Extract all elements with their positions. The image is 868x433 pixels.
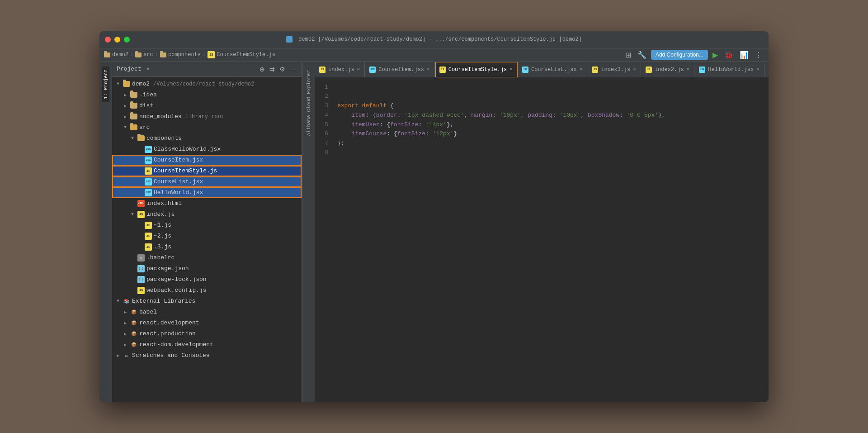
tree-course-list[interactable]: JSX CourseList.jsx xyxy=(112,176,302,187)
tab-bar: JS index.js ✕ JSX CourseItem.jsx ✕ JS Co… xyxy=(315,62,769,78)
tree-node-modules[interactable]: ▶ node_modules library root xyxy=(112,111,302,122)
debug-button[interactable]: 🐞 xyxy=(722,49,735,61)
js-tab-icon: JS xyxy=(592,67,598,73)
html-file-icon: HTML xyxy=(137,200,145,207)
settings-btn[interactable]: ⚙ xyxy=(278,65,286,74)
tree-external-libs[interactable]: ▼ 📚 External Libraries xyxy=(112,296,302,307)
js-file-icon: JS xyxy=(145,243,152,251)
line-numbers: 1 2 3 4 5 6 7 8 xyxy=(315,78,333,402)
tab-hello-world[interactable]: JSX HelloWorld.jsx ✕ xyxy=(694,62,764,78)
tree-package-json[interactable]: { } package.json xyxy=(112,263,302,274)
lib-icon: 📦 xyxy=(130,330,137,338)
editor-area: JS index.js ✕ JSX CourseItem.jsx ✕ JS Co… xyxy=(315,62,769,402)
js-tab-icon: JS xyxy=(439,67,446,73)
tab-index-js[interactable]: JS index.js ✕ xyxy=(315,62,365,78)
jsx-file-icon: JSX xyxy=(145,157,152,164)
more-button[interactable]: ⋮ xyxy=(753,49,764,61)
breadcrumb-file[interactable]: JS CourseItemStyle.js xyxy=(208,51,275,58)
panel-title: Project ▼ xyxy=(117,66,256,72)
tree-react-dom-dev[interactable]: ▶ 📦 react-dom.development xyxy=(112,339,302,350)
collapse-all-btn[interactable]: ⇉ xyxy=(269,65,276,74)
tree-chunk3[interactable]: JS .3.js xyxy=(112,242,302,252)
project-panel-tab[interactable]: 1: Project xyxy=(102,67,109,102)
folder-icon xyxy=(130,124,137,130)
js-file-icon: JS xyxy=(137,287,145,294)
close-panel-btn[interactable]: — xyxy=(289,65,297,74)
locate-file-btn[interactable]: ⊕ xyxy=(259,65,266,74)
tree-course-item-style[interactable]: JS CourseItemStyle.js xyxy=(112,166,302,176)
layout-icon-btn[interactable]: ⊞ xyxy=(623,49,633,61)
window-title: demo2 [/Volumes/code/react-study/demo2] … xyxy=(286,36,582,43)
tree-src[interactable]: ▼ src xyxy=(112,122,302,133)
lib-icon: 📦 xyxy=(130,309,137,316)
tree-hello-world[interactable]: JSX HelloWorld.jsx xyxy=(112,187,302,198)
tree-index-html[interactable]: HTML index.html xyxy=(112,198,302,209)
tab-course-item-style[interactable]: JS CourseItemStyle.js ✕ xyxy=(435,62,518,78)
lib-icon: 📦 xyxy=(130,341,137,348)
tree-chunk1[interactable]: JS ~1.js xyxy=(112,220,302,231)
breadcrumb-demo2[interactable]: demo2 xyxy=(104,52,128,58)
breadcrumb: demo2 › src › components › JS CourseItem… xyxy=(99,48,769,62)
tree-root[interactable]: ▼ demo2 /Volumes/code/react-study/demo2 xyxy=(112,79,302,90)
tab-course-list[interactable]: JSX CourseList.jsx ✕ xyxy=(518,62,587,78)
js-tab-icon: JS xyxy=(319,67,326,73)
tree-course-item[interactable]: JSX CourseItem.jsx xyxy=(112,155,302,166)
alibaba-sidebar: Alibaba Cloud Explorer xyxy=(302,62,315,402)
folder-icon xyxy=(123,81,130,87)
panel-header: Project ▼ ⊕ ⇉ ⚙ — xyxy=(112,62,302,77)
breadcrumb-components[interactable]: components xyxy=(160,52,201,58)
jsx-file-icon: JSX xyxy=(145,189,152,196)
tree-webpack-config[interactable]: JS webpack.config.js xyxy=(112,285,302,296)
tree-class-hello-world[interactable]: JSX ClassHelloWorld.jsx xyxy=(112,144,302,155)
add-config-button[interactable]: Add Configuration... xyxy=(651,50,708,60)
breadcrumb-src[interactable]: src xyxy=(135,52,153,58)
js-file-icon: JS xyxy=(145,222,152,229)
code-content[interactable]: export default { item: {border: '1px das… xyxy=(333,78,769,402)
js-file-icon: JS xyxy=(137,211,145,218)
jsx-file-icon: JSX xyxy=(145,178,152,186)
tree-index-js[interactable]: ▼ JS index.js xyxy=(112,209,302,220)
tree-package-lock[interactable]: { } package-lock.json xyxy=(112,274,302,285)
js-file-icon: JS xyxy=(145,233,152,240)
tree-babel[interactable]: ▶ 📦 babel xyxy=(112,307,302,318)
lib-icon: 📚 xyxy=(123,298,130,305)
tree-babelrc[interactable]: ⚙ .babelrc xyxy=(112,252,302,263)
close-button[interactable] xyxy=(105,37,111,43)
jsx-tab-icon: JSX xyxy=(369,67,376,73)
scratch-icon: ✏️ xyxy=(123,352,130,359)
wrench-icon-btn[interactable]: 🔧 xyxy=(636,49,648,61)
js-file-icon: JS xyxy=(208,51,215,58)
title-bar: demo2 [/Volumes/code/react-study/demo2] … xyxy=(99,31,769,48)
jsx-file-icon: JSX xyxy=(145,146,152,153)
main-window: demo2 [/Volumes/code/react-study/demo2] … xyxy=(99,31,769,402)
main-area: 1: Project Project ▼ ⊕ ⇉ ⚙ — ▼ demo2 xyxy=(99,62,769,402)
json-file-icon: { } xyxy=(137,265,145,272)
js-tab-icon: JS xyxy=(646,67,652,73)
coverage-button[interactable]: 📊 xyxy=(738,49,750,61)
tree-components[interactable]: ▼ components xyxy=(112,133,302,144)
tab-course-item[interactable]: JSX CourseItem.jsx ✕ xyxy=(365,62,434,78)
tree-scratches[interactable]: ▶ ✏️ Scratches and Consoles xyxy=(112,350,302,361)
maximize-button[interactable] xyxy=(124,37,130,43)
folder-icon xyxy=(160,52,166,57)
alibaba-label[interactable]: Alibaba Cloud Explorer xyxy=(306,70,311,136)
tree-chunk2[interactable]: JS ~2.js xyxy=(112,231,302,242)
minimize-button[interactable] xyxy=(114,37,120,43)
traffic-lights xyxy=(105,37,130,43)
folder-icon xyxy=(104,52,110,57)
tree-react-dev[interactable]: ▶ 📦 react.development xyxy=(112,318,302,328)
file-tree: ▼ demo2 /Volumes/code/react-study/demo2 … xyxy=(112,77,302,402)
jsx-tab-icon: JSX xyxy=(699,67,705,73)
tree-dist[interactable]: ▶ dist xyxy=(112,100,302,111)
tab-index2[interactable]: JS index2.js ✕ xyxy=(641,62,694,78)
run-button[interactable]: ▶ xyxy=(711,49,720,61)
file-tree-panel: Project ▼ ⊕ ⇉ ⚙ — ▼ demo2 /Volumes/code/… xyxy=(112,62,302,402)
tree-idea[interactable]: ▶ .idea xyxy=(112,90,302,100)
js-file-icon: JS xyxy=(145,167,152,175)
folder-icon xyxy=(135,52,142,57)
tab-index3[interactable]: JS index3.js ✕ xyxy=(587,62,641,78)
tab-class-hello-world[interactable]: JSX ClassHelloWorld.jsx ✕ xyxy=(764,62,769,78)
tree-react-prod[interactable]: ▶ 📦 react.production xyxy=(112,328,302,339)
code-editor: 1 2 3 4 5 6 7 8 export default { item: {… xyxy=(315,78,769,402)
jsx-tab-icon: JSX xyxy=(522,67,528,73)
